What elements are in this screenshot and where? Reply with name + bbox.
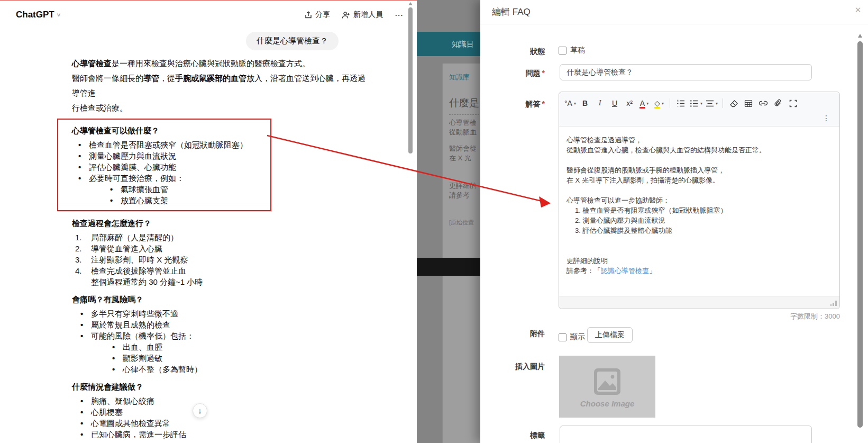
background-dark-band [417,258,480,276]
editor-text-line: 在 X 光引導下注入顯影劑，拍攝清楚的心臟影像。 [567,175,832,185]
list-item: •心肌梗塞 [72,406,368,418]
scrollbar-up-arrow-icon[interactable] [408,2,413,5]
show-attachment-row: 顯示 [559,332,585,342]
close-icon[interactable]: ✕ [852,4,864,16]
bullet-icon: • [78,173,81,184]
editor-text-line: 1. 檢查血管是否有阻塞或狹窄（如冠狀動脈阻塞） [567,205,832,215]
required-asterisk: * [542,100,545,108]
editor-text-line [567,246,832,256]
list-item: •屬於常規且成熟的檢查 [72,319,368,330]
chat-scrollbar-thumb[interactable] [408,7,413,153]
user-message-bubble: 什麼是心導管檢查？ [246,32,339,50]
font-style-icon[interactable]: °A▾ [563,96,577,110]
upload-file-button[interactable]: 上傳檔案 [587,327,633,343]
background-nav-bar: 知識目 [417,32,480,56]
scroll-to-bottom-button[interactable]: ↓ [193,403,207,418]
share-icon [305,11,312,19]
sub-list-item: •出血、血腫 [72,341,368,352]
show-attachment-checkbox[interactable] [559,333,567,341]
bullet-icon: • [78,150,81,161]
more-options-button[interactable]: ⋯ [395,10,404,20]
down-arrow-icon: ↓ [198,406,202,415]
list-item-text: 心電圖或其他檢查異常 [91,419,170,428]
modal-scrollbar-thumb[interactable] [857,41,863,428]
assistant-intro-paragraph: 心導管檢查是一種用來檢查與治療心臟與冠狀動脈的醫療檢查方式。醫師會將一條細長的導… [72,56,368,115]
modal-scrollbar[interactable] [857,25,864,443]
bullet-list-icon[interactable]: ▾ [689,96,703,110]
bullet-icon: • [80,429,83,440]
section-list: 1.局部麻醉（人是清醒的）2.導管從血管進入心臟3.注射顯影劑、即時 X 光觀察… [72,232,368,287]
section-heading: 心導管檢查可以做什麼？ [72,125,265,136]
chevron-down-icon: ˅ [57,12,60,18]
link-icon[interactable] [756,96,770,110]
superscript-icon[interactable]: x² [623,96,636,110]
screen: ChatGPT ˅ 分享 新增人員 ⋯ [0,0,868,443]
sub-list-item: •氣球擴張血管 [72,184,265,195]
attachment-icon[interactable] [771,96,785,110]
reference-suffix: 」 [649,267,656,275]
scrollbar-up-arrow-icon[interactable] [858,34,862,38]
list-item-text: 注射顯影劑、即時 X 光觀察 [91,255,188,264]
char-limit-note: 字數限制：3000 [559,312,840,321]
list-item-text: 可能的風險（機率低）包括： [91,331,194,340]
status-label: 狀態 [480,47,545,57]
list-item-text: 放置心臟支架 [121,196,168,205]
list-number: 4. [75,265,82,276]
background-content-card: 知識庫 什麼是 心導管檢 從動脈血 醫師會從 在 X 光 更詳細的 請參考 [原… [442,64,480,443]
edit-faq-modal: 編輯 FAQ ✕ 狀態 草稿 問題* 解答* °A▾BIUx²A▾◇▾▾▾ ⋮ [480,0,868,443]
bold-icon[interactable]: B [578,96,592,110]
table-icon[interactable] [742,96,755,110]
chat-scrollbar[interactable] [407,0,414,443]
chat-header: ChatGPT ˅ 分享 新增人員 ⋯ [0,5,417,24]
list-item: •必要時可直接治療，例如： [72,173,265,184]
align-icon[interactable]: ▾ [705,96,719,110]
required-asterisk: * [542,69,545,77]
attachment-label: 附件 [480,329,545,339]
section-heading: 會痛嗎？有風險嗎？ [72,294,368,305]
draft-checkbox-label: 草稿 [570,46,585,55]
editor-text-line: 更詳細的說明 [567,256,832,266]
tags-input[interactable] [560,426,812,443]
show-attachment-label: 顯示 [570,332,585,342]
fullscreen-icon[interactable] [786,96,800,110]
list-item-text: 必要時可直接治療，例如： [89,174,184,183]
italic-icon[interactable]: I [593,96,607,110]
top-accent-line [0,0,417,1]
bullet-icon: • [80,418,83,429]
choose-image-dropzone[interactable]: Choose Image [559,356,655,418]
list-item: •可能的風險（機率低）包括： [72,330,368,341]
resize-grip-icon[interactable] [830,300,837,306]
list-item: •評估心臟瓣膜、心臟功能 [72,161,265,173]
list-item-text: 氣球擴張血管 [121,185,168,194]
assistant-section: 檢查過程會怎麼進行？1.局部麻醉（人是清醒的）2.導管從血管進入心臟3.注射顯影… [72,218,368,287]
answer-editor-content[interactable]: 心導管檢查是透過導管，從動脈血管進入心臟，檢查心臟與大血管的結構與功能是否正常。… [559,129,839,296]
list-note: 整個過程通常約 30 分鐘~1 小時 [72,276,368,287]
highlight-color-icon[interactable]: ◇▾ [652,96,666,110]
list-number: 1. [75,232,82,243]
modal-header: 編輯 FAQ ✕ [480,0,868,24]
bullet-icon: • [112,364,115,375]
draft-checkbox[interactable] [559,47,567,55]
reference-link[interactable]: 認識心導管檢查 [601,267,649,275]
list-item: •多半只有穿刺時些微不適 [72,308,368,319]
ordered-list-icon[interactable] [674,96,688,110]
clear-format-icon[interactable] [727,96,741,110]
toolbar-overflow-icon[interactable]: ⋮ [820,112,832,124]
list-item: 3.注射顯影劑、即時 X 光觀察 [72,254,368,265]
share-button[interactable]: 分享 [305,10,330,20]
background-footnote: [原始位置 [449,219,474,227]
question-label: 問題* [480,69,545,78]
bullet-icon: • [78,139,81,150]
list-item-text: 檢查血管是否阻塞或狹窄（如冠狀動脈阻塞） [89,140,248,149]
underline-icon[interactable]: U [608,96,622,110]
toolbar-divider [723,98,723,108]
font-color-icon[interactable]: A▾ [637,96,651,110]
question-input[interactable] [560,64,812,80]
reference-prefix: 請參考：「 [567,267,601,275]
section-list: •檢查血管是否阻塞或狹窄（如冠狀動脈阻塞）•測量心臟壓力與血流狀況•評估心臟瓣膜… [72,139,265,206]
bullet-icon: • [80,308,83,319]
model-switcher[interactable]: ChatGPT ˅ [16,10,60,20]
add-people-button[interactable]: 新增人員 [342,10,383,20]
list-item: •已知心臟病，需進一步評估 [72,429,368,440]
toolbar-divider [670,98,670,108]
